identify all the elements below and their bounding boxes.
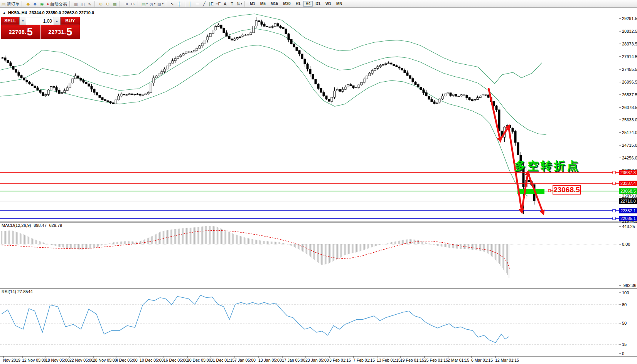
svg-text:23 Jan 05:00: 23 Jan 05:00 <box>305 358 329 362</box>
timeframe-button-m30[interactable]: M30 <box>281 1 293 7</box>
svg-text:16 Dec 05:00: 16 Dec 05:00 <box>163 358 188 362</box>
svg-text:20 Dec 05:00: 20 Dec 05:00 <box>187 358 211 362</box>
sell-button[interactable]: SELL <box>1 17 19 25</box>
svg-text:25174.0: 25174.0 <box>622 130 637 135</box>
macd-indicator-label: MACD(12,26,9) -898.47 -629.79 <box>2 223 62 228</box>
chevron-down-icon: ▾ <box>154 1 156 7</box>
open-file-icon[interactable]: ◆ <box>25 1 31 7</box>
line-chart-icon[interactable]: ∿ <box>86 1 93 7</box>
chevron-down-icon: ▾ <box>146 1 148 7</box>
svg-text:7 Jan 05:00: 7 Jan 05:00 <box>234 358 256 362</box>
timeframe-button-h1[interactable]: H1 <box>293 1 303 7</box>
fibonacci-icon[interactable]: ≡F <box>215 1 221 7</box>
svg-text:6 Mar 01:15: 6 Mar 01:15 <box>471 358 493 362</box>
toolbar-separator <box>69 1 71 7</box>
buy-price[interactable]: 22731.5 <box>41 25 80 39</box>
timeframe-button-w1[interactable]: W1 <box>323 1 334 7</box>
timeframe-button-mn[interactable]: MN <box>334 1 345 7</box>
text-icon[interactable]: A <box>222 1 228 7</box>
buy-price-frac: 5 <box>66 27 72 37</box>
profiles-icon[interactable]: ☻ <box>32 1 38 7</box>
chevron-down-icon: ▾ <box>162 1 164 7</box>
turning-point-annotation[interactable]: 多空转折点 <box>514 158 580 174</box>
svg-text:22879.0: 22879.0 <box>622 194 637 198</box>
svg-text:26996.5: 26996.5 <box>622 80 637 84</box>
trendline-icon[interactable]: ╱ <box>201 1 207 7</box>
svg-text:26537.5: 26537.5 <box>622 92 637 97</box>
svg-text:24715.0: 24715.0 <box>622 143 637 148</box>
toolbar-separator <box>244 1 246 7</box>
rsi-pane: 1008050150 <box>0 290 629 356</box>
timeframe-button-m5[interactable]: M5 <box>258 1 268 7</box>
svg-text:23068.5: 23068.5 <box>620 189 636 193</box>
svg-text:22710.0: 22710.0 <box>620 199 636 203</box>
arrows-icon[interactable]: ⇅▾ <box>236 1 243 7</box>
timeframe-button-h4[interactable]: H4 <box>303 1 313 7</box>
toolbar-separator <box>120 1 121 7</box>
candlestick-chart-icon[interactable]: ◫ <box>79 1 86 7</box>
zoom-out-icon[interactable]: ⊖ <box>104 1 111 7</box>
svg-text:22 Nov 05:00: 22 Nov 05:00 <box>69 358 94 362</box>
volume-input[interactable] <box>26 17 54 25</box>
svg-text:24256.0: 24256.0 <box>622 156 637 160</box>
svg-text:4 Dec 05:00: 4 Dec 05:00 <box>116 358 138 362</box>
volume-increase-button[interactable]: ▲ <box>54 17 60 25</box>
svg-text:0.00: 0.00 <box>622 242 630 247</box>
svg-text:18 Nov 05:00: 18 Nov 05:00 <box>46 358 70 362</box>
svg-text:26078.5: 26078.5 <box>622 105 637 110</box>
time-axis: Nov 201912 Nov 05:0018 Nov 05:0022 Nov 0… <box>3 356 519 362</box>
macd-pane: 443.250.00-962.36 <box>0 224 636 288</box>
template-icon[interactable]: ▨▾ <box>157 1 164 7</box>
svg-text:31 Dec 01:15: 31 Dec 01:15 <box>211 358 235 362</box>
svg-text:22085.1: 22085.1 <box>620 216 636 221</box>
zoom-in-icon[interactable]: ⊕ <box>98 1 104 7</box>
timeframe-button-m15[interactable]: M15 <box>268 1 280 7</box>
bollinger-bands-layer <box>0 14 546 196</box>
toolbar-separator <box>138 1 139 7</box>
svg-text:50: 50 <box>622 321 627 325</box>
vertical-line-icon[interactable]: │ <box>187 1 194 7</box>
svg-text:Nov 2019: Nov 2019 <box>3 358 20 362</box>
cursor-icon[interactable]: ↖ <box>169 1 175 7</box>
bar-chart-icon[interactable]: ▥ <box>72 1 79 7</box>
svg-text:15: 15 <box>622 342 627 347</box>
crosshair-icon[interactable]: ┼ <box>176 1 182 7</box>
toolbar-separator <box>166 1 167 7</box>
svg-text:25633.0: 25633.0 <box>622 117 637 122</box>
svg-text:-962.36: -962.36 <box>622 283 636 288</box>
svg-text:17 Jan 05:00: 17 Jan 05:00 <box>282 358 305 362</box>
svg-text:28 Nov 05:00: 28 Nov 05:00 <box>93 358 117 362</box>
timeframe-button-d1[interactable]: D1 <box>313 1 323 7</box>
volume-control: ▼ ▲ <box>19 17 61 25</box>
equidistant-channel-icon[interactable]: ∥E <box>208 1 214 7</box>
horizontal-line-icon[interactable]: ─ <box>194 1 201 7</box>
mt4-window: ▤新订单◆☻◉●自动交易▥◫∿⊕⊖▦⇥↦▤▾◷▾▨▾↖┼│─╱∥E≡FAT⇅▾M… <box>0 0 637 364</box>
sell-price-frac: 5 <box>27 27 33 37</box>
svg-text:2 Mar 01:15: 2 Mar 01:15 <box>448 358 469 362</box>
svg-text:19 Feb 01:15: 19 Feb 01:15 <box>400 358 424 362</box>
new-chart-icon[interactable]: ▤▾ <box>141 1 148 7</box>
auto-scroll-icon[interactable]: ⇥ <box>123 1 129 7</box>
price-callout-box[interactable]: 23068.5 <box>553 185 581 195</box>
symbol-ohlc: 23344.0 23350.0 22662.0 22710.0 <box>29 10 94 15</box>
broadcast-icon[interactable]: ◉ <box>39 1 45 7</box>
svg-text:10 Dec 05:00: 10 Dec 05:00 <box>140 358 164 362</box>
buy-button[interactable]: BUY <box>61 17 80 25</box>
symbol-header: ▲ HK50-,H4 23344.0 23350.0 22662.0 22710… <box>3 10 94 15</box>
chart-canvas[interactable]: 29291.528832.528373.527914.527455.526996… <box>0 0 637 364</box>
volume-decrease-button[interactable]: ▼ <box>20 17 26 25</box>
rsi-indicator-label: RSI(14) 27.8544 <box>2 289 33 294</box>
chart-shift-icon[interactable]: ↦ <box>130 1 136 7</box>
svg-text:13 Feb 01:15: 13 Feb 01:15 <box>377 358 401 362</box>
period-clock-icon[interactable]: ◷▾ <box>149 1 156 7</box>
tile-windows-icon[interactable]: ▦ <box>111 1 118 7</box>
sell-price[interactable]: 22708.5 <box>1 25 40 39</box>
candles-layer <box>2 17 535 214</box>
svg-text:27914.5: 27914.5 <box>622 54 637 59</box>
text-label-icon[interactable]: T <box>229 1 235 7</box>
timeframe-button-m1[interactable]: M1 <box>248 1 258 7</box>
autotrading-icon[interactable]: ●自动交易 <box>46 1 68 7</box>
svg-text:100: 100 <box>622 290 629 295</box>
svg-text:23337.4: 23337.4 <box>620 181 636 186</box>
new-order-icon[interactable]: ▤新订单 <box>1 1 20 7</box>
